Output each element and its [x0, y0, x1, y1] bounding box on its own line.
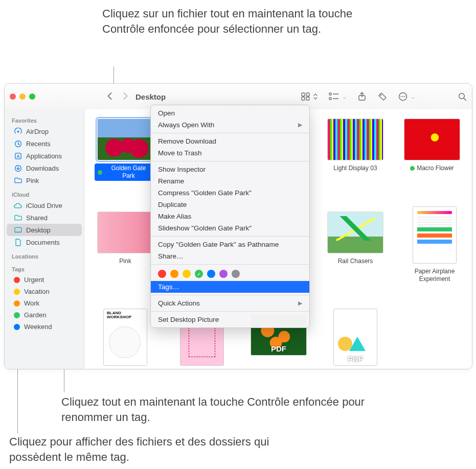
- tag-color-blue[interactable]: [207, 270, 215, 278]
- file-item[interactable]: Rail Chasers: [325, 212, 386, 266]
- sidebar-header-tags: Tags: [5, 261, 84, 274]
- sidebar-item-downloads[interactable]: Downloads: [7, 162, 82, 174]
- sidebar-item-recents[interactable]: Recents: [7, 137, 82, 150]
- sidebar-item-label: Weekend: [24, 323, 52, 331]
- sidebar-item-desktop[interactable]: Desktop: [7, 224, 82, 236]
- sidebar-item-icloud-drive[interactable]: iCloud Drive: [7, 199, 82, 212]
- menu-item-tags[interactable]: Tags…: [151, 281, 309, 293]
- menu-item-slideshow[interactable]: Slideshow "Golden Gate Park": [151, 222, 309, 234]
- menu-item-make-alias[interactable]: Make Alias: [151, 210, 309, 222]
- sidebar-tag-weekend[interactable]: Weekend: [7, 321, 82, 333]
- menu-separator: [151, 311, 309, 312]
- callout-mid: Cliquez tout en maintenant la touche Con…: [61, 394, 389, 425]
- context-menu: Open Always Open With▶ Remove Download M…: [150, 105, 310, 328]
- file-name: Paper Airplane Experiment: [401, 267, 468, 284]
- menu-item-duplicate[interactable]: Duplicate: [151, 199, 309, 210]
- menu-item-share[interactable]: Share…: [151, 250, 309, 262]
- menu-item-quick-actions[interactable]: Quick Actions▶: [151, 297, 309, 309]
- sidebar-item-label: AirDrop: [26, 128, 49, 135]
- svg-point-12: [402, 96, 403, 97]
- tag-dot-icon: [14, 289, 20, 295]
- svg-point-9: [380, 95, 382, 96]
- file-item[interactable]: Golden Gate Park: [95, 119, 156, 181]
- file-item[interactable]: Pink: [95, 212, 156, 266]
- file-name: Rail Chasers: [335, 256, 376, 266]
- forward-button[interactable]: [120, 90, 131, 103]
- tags-icon[interactable]: [378, 92, 387, 101]
- chevron-right-icon: ▶: [298, 300, 302, 307]
- file-thumbnail: Marketing Plan Fall 2019 PDF: [333, 309, 377, 366]
- menu-item-move-to-trash[interactable]: Move to Trash: [151, 147, 309, 159]
- tag-color-red[interactable]: [158, 270, 166, 278]
- share-icon[interactable]: [357, 92, 367, 101]
- sidebar-item-applications[interactable]: AApplications: [7, 150, 82, 162]
- window-controls[interactable]: [10, 93, 35, 100]
- sidebar-tag-garden[interactable]: Garden: [7, 309, 82, 321]
- sidebar-header-locations: Locations: [5, 248, 84, 261]
- documents-icon: [14, 238, 22, 246]
- menu-item-rename[interactable]: Rename: [151, 175, 309, 187]
- svg-rect-4: [329, 93, 331, 95]
- menu-separator: [151, 133, 309, 133]
- sidebar-item-airdrop[interactable]: AirDrop: [7, 125, 82, 137]
- file-item[interactable]: Macro Flower: [401, 119, 463, 173]
- group-by-button[interactable]: ⌵: [329, 92, 346, 101]
- file-item[interactable]: BLAND WORKSHOP: [95, 309, 156, 366]
- sidebar-item-label: Work: [24, 299, 39, 307]
- menu-item-copy-pathname[interactable]: Copy "Golden Gate Park" as Pathname: [151, 239, 309, 250]
- tag-color-gray[interactable]: [232, 270, 240, 278]
- sidebar-tag-urgent[interactable]: Urgent: [7, 274, 82, 286]
- callout-line-bottom: [17, 368, 18, 433]
- file-item[interactable]: Marketing Plan Fall 2019 PDF: [325, 309, 386, 366]
- sidebar-item-pink[interactable]: Pink: [7, 174, 82, 186]
- maximize-icon[interactable]: [29, 93, 35, 100]
- downloads-icon: [14, 164, 22, 172]
- bland-title: BLAND WORKSHOP: [107, 311, 147, 319]
- more-icon[interactable]: ⌵: [398, 92, 415, 101]
- svg-rect-1: [306, 93, 309, 96]
- view-mode-button[interactable]: [301, 92, 318, 101]
- back-button[interactable]: [104, 90, 116, 103]
- window-title: Desktop: [135, 92, 166, 101]
- sidebar-header-favorites: Favorites: [5, 112, 84, 125]
- file-thumbnail: [97, 119, 153, 160]
- file-thumbnail: BLAND WORKSHOP: [103, 309, 147, 366]
- chevron-right-icon: ▶: [298, 122, 302, 128]
- file-thumbnail: [327, 212, 383, 253]
- desktop-icon: [14, 226, 22, 234]
- menu-item-compress[interactable]: Compress "Golden Gate Park": [151, 187, 309, 199]
- sidebar-item-label: Applications: [26, 152, 62, 160]
- callout-bottom: Cliquez pour afficher des fichiers et de…: [9, 434, 296, 464]
- file-name: Light Display 03: [330, 163, 380, 173]
- tag-color-purple[interactable]: [219, 270, 228, 278]
- svg-rect-3: [306, 97, 309, 100]
- menu-separator: [151, 236, 309, 237]
- tag-dot-icon: [14, 300, 20, 307]
- svg-rect-5: [329, 98, 331, 100]
- minimize-icon[interactable]: [19, 93, 26, 100]
- tag-color-green[interactable]: ✓: [195, 270, 203, 278]
- file-item[interactable]: Paper Airplane Experiment: [401, 206, 468, 284]
- svg-rect-2: [302, 97, 305, 100]
- folder-icon: [14, 176, 22, 184]
- tag-dot-icon: [14, 324, 20, 330]
- svg-text:A: A: [16, 153, 19, 158]
- tag-color-orange[interactable]: [170, 270, 178, 278]
- sidebar-item-shared[interactable]: Shared: [7, 212, 82, 224]
- tag-color-yellow[interactable]: [183, 270, 191, 278]
- sidebar-item-label: Pink: [26, 177, 39, 184]
- sidebar-header-icloud: iCloud: [5, 186, 84, 199]
- menu-item-set-desktop-picture[interactable]: Set Desktop Picture: [151, 314, 309, 325]
- sidebar-tag-work[interactable]: Work: [7, 297, 82, 309]
- sidebar-tag-vacation[interactable]: Vacation: [7, 286, 82, 297]
- svg-point-11: [401, 96, 402, 97]
- menu-item-remove-download[interactable]: Remove Download: [151, 135, 309, 147]
- menu-item-open[interactable]: Open: [151, 107, 309, 119]
- menu-item-show-inspector[interactable]: Show Inspector: [151, 163, 309, 175]
- file-item[interactable]: Light Display 03: [325, 119, 386, 173]
- close-icon[interactable]: [10, 93, 16, 100]
- menu-item-always-open-with[interactable]: Always Open With▶: [151, 119, 309, 131]
- sidebar-item-documents[interactable]: Documents: [7, 236, 82, 248]
- tag-dot-icon: [98, 170, 102, 175]
- search-icon[interactable]: [458, 92, 467, 101]
